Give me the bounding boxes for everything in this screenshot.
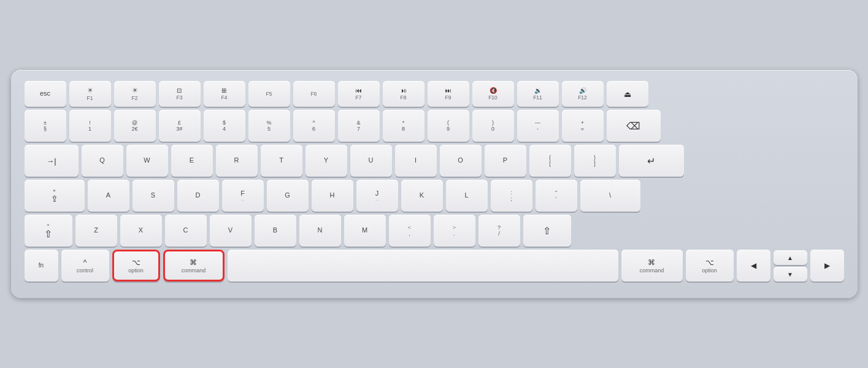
key-left-shift[interactable]: ● ⇧ bbox=[25, 215, 72, 247]
key-f9[interactable]: ⏭ F9 bbox=[428, 81, 469, 107]
key-7[interactable]: & 7 bbox=[338, 110, 380, 142]
key-f5[interactable]: F5 bbox=[248, 81, 290, 107]
key-quote[interactable]: " ' bbox=[536, 180, 577, 212]
key-esc[interactable]: esc bbox=[25, 81, 66, 107]
key-f7[interactable]: ⏮ F7 bbox=[338, 81, 380, 107]
key-0[interactable]: ) 0 bbox=[472, 110, 514, 142]
key-3[interactable]: £ 3# bbox=[159, 110, 201, 142]
key-a[interactable]: A bbox=[88, 180, 129, 212]
key-f8[interactable]: ⏯ F8 bbox=[383, 81, 424, 107]
key-slash[interactable]: ? / bbox=[478, 215, 520, 247]
key-fn[interactable]: fn bbox=[25, 250, 58, 282]
key-t[interactable]: T bbox=[261, 145, 302, 177]
key-j[interactable]: J — bbox=[356, 180, 398, 212]
key-tab[interactable]: →| bbox=[25, 145, 79, 177]
key-s[interactable]: S bbox=[133, 180, 174, 212]
key-4[interactable]: $ 4 bbox=[204, 110, 245, 142]
key-g[interactable]: G bbox=[267, 180, 309, 212]
key-option-right[interactable]: ⌥ option bbox=[686, 250, 734, 282]
key-period[interactable]: > . bbox=[434, 215, 475, 247]
key-return[interactable]: ↵ bbox=[619, 145, 684, 177]
key-r[interactable]: R bbox=[216, 145, 258, 177]
key-k[interactable]: K bbox=[401, 180, 443, 212]
key-l[interactable]: L bbox=[446, 180, 488, 212]
key-b[interactable]: B bbox=[255, 215, 296, 247]
key-option-left[interactable]: ⌥ option bbox=[112, 250, 160, 282]
key-command-left[interactable]: ⌘ command bbox=[163, 250, 225, 282]
keyboard: esc ☀ F1 ☀ F2 ⊡ F3 ⊞ F4 bbox=[11, 70, 858, 298]
key-q[interactable]: Q bbox=[82, 145, 123, 177]
key-f10[interactable]: 🔇 F10 bbox=[472, 81, 514, 107]
key-h[interactable]: H bbox=[312, 180, 353, 212]
key-f3[interactable]: ⊡ F3 bbox=[159, 81, 201, 107]
key-arrow-down[interactable]: ▼ bbox=[774, 267, 807, 282]
key-m[interactable]: M bbox=[344, 215, 386, 247]
key-f11[interactable]: 🔉 F11 bbox=[517, 81, 559, 107]
key-e[interactable]: E bbox=[171, 145, 213, 177]
row-caps: ● ⇪ A S D F — G H J — K L : ; bbox=[25, 180, 844, 212]
key-6[interactable]: ^ 6 bbox=[293, 110, 335, 142]
key-right-shift[interactable]: ⇧ bbox=[523, 215, 571, 247]
key-caps-lock[interactable]: ● ⇪ bbox=[25, 180, 85, 212]
key-command-right[interactable]: ⌘ command bbox=[621, 250, 683, 282]
key-f12[interactable]: 🔊 F12 bbox=[562, 81, 604, 107]
key-2[interactable]: @ 2€ bbox=[114, 110, 156, 142]
key-section[interactable]: ± § bbox=[25, 110, 66, 142]
key-comma[interactable]: < , bbox=[389, 215, 431, 247]
key-x[interactable]: X bbox=[120, 215, 162, 247]
key-d[interactable]: D bbox=[177, 180, 219, 212]
row-shift: ● ⇧ Z X C V B N M < , > . ? / bbox=[25, 215, 844, 247]
key-equal[interactable]: + = bbox=[562, 110, 604, 142]
key-control[interactable]: ^ control bbox=[61, 250, 109, 282]
key-rbracket[interactable]: } ] bbox=[574, 145, 616, 177]
key-minus[interactable]: — - bbox=[517, 110, 559, 142]
key-eject[interactable]: ⏏ bbox=[607, 81, 648, 107]
key-w[interactable]: W bbox=[126, 145, 168, 177]
key-5[interactable]: % 5 bbox=[248, 110, 290, 142]
key-i[interactable]: I bbox=[395, 145, 437, 177]
key-backslash[interactable]: \ bbox=[580, 180, 640, 212]
row-qwerty: →| Q W E R T Y U I O P { [ } ] ↵ bbox=[25, 145, 844, 177]
key-f4[interactable]: ⊞ F4 bbox=[204, 81, 245, 107]
key-space[interactable] bbox=[228, 250, 618, 282]
key-arrow-right[interactable]: ▶ bbox=[810, 250, 844, 282]
key-9[interactable]: ( 9 bbox=[428, 110, 469, 142]
key-f[interactable]: F — bbox=[222, 180, 264, 212]
key-o[interactable]: O bbox=[440, 145, 482, 177]
key-p[interactable]: P bbox=[485, 145, 526, 177]
key-z[interactable]: Z bbox=[75, 215, 117, 247]
key-y[interactable]: Y bbox=[305, 145, 347, 177]
row-fn: esc ☀ F1 ☀ F2 ⊡ F3 ⊞ F4 bbox=[25, 81, 844, 107]
key-arrow-up[interactable]: ▲ bbox=[774, 250, 807, 265]
key-lbracket[interactable]: { [ bbox=[529, 145, 571, 177]
key-1[interactable]: ! 1 bbox=[69, 110, 111, 142]
key-backspace[interactable]: ⌫ bbox=[607, 110, 661, 142]
key-f2[interactable]: ☀ F2 bbox=[114, 81, 156, 107]
arrow-up-down-group: ▲ ▼ bbox=[774, 250, 807, 282]
key-c[interactable]: C bbox=[165, 215, 207, 247]
key-f1[interactable]: ☀ F1 bbox=[69, 81, 111, 107]
key-semicolon[interactable]: : ; bbox=[491, 180, 532, 212]
key-8[interactable]: * 8 bbox=[383, 110, 424, 142]
key-f6[interactable]: F6 bbox=[293, 81, 335, 107]
key-u[interactable]: U bbox=[350, 145, 392, 177]
key-n[interactable]: N bbox=[299, 215, 341, 247]
row-bottom: fn ^ control ⌥ option ⌘ command ⌘ comman… bbox=[25, 250, 844, 282]
key-v[interactable]: V bbox=[210, 215, 252, 247]
row-num: ± § ! 1 @ 2€ £ 3# $ 4 bbox=[25, 110, 844, 142]
key-arrow-left[interactable]: ◀ bbox=[737, 250, 770, 282]
